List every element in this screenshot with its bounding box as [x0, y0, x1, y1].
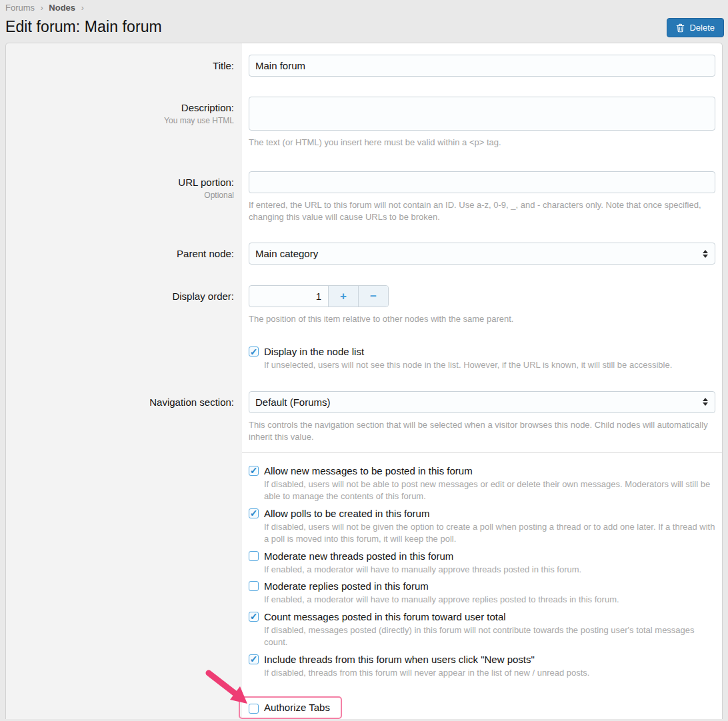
title-label: Title:: [13, 59, 234, 72]
moderate-replies-checkbox[interactable]: [249, 581, 259, 591]
url-portion-label-hint: Optional: [13, 191, 234, 200]
page-title: Edit forum: Main forum: [5, 18, 723, 36]
include-new-posts-label[interactable]: Include threads from this forum when use…: [264, 653, 535, 666]
display-order-row: Display order: + − The position of this …: [6, 285, 722, 325]
navigation-section-selected-value: Default (Forums): [255, 396, 331, 408]
delete-button[interactable]: Delete: [667, 18, 724, 37]
breadcrumb: Forums › Nodes ›: [5, 3, 723, 13]
authorize-tabs-label[interactable]: Authorize Tabs: [264, 701, 330, 714]
option-moderate-replies: Moderate replies posted in this forum If…: [249, 580, 715, 606]
count-messages-checkbox[interactable]: ✓: [249, 612, 259, 622]
breadcrumb-forums[interactable]: Forums: [5, 3, 35, 13]
decrement-button[interactable]: −: [358, 286, 388, 307]
allow-messages-label[interactable]: Allow new messages to be posted in this …: [264, 464, 473, 478]
count-messages-label[interactable]: Count messages posted in this forum towa…: [264, 610, 506, 624]
option-include-new-posts: ✓ Include threads from this forum when u…: [249, 653, 715, 680]
allow-polls-checkbox[interactable]: ✓: [249, 508, 259, 518]
breadcrumb-separator: ›: [81, 3, 84, 13]
description-explain: The text (or HTML) you insert here must …: [249, 137, 715, 149]
option-allow-polls: ✓ Allow polls to be created in this foru…: [249, 507, 715, 546]
display-order-input[interactable]: [249, 286, 328, 307]
trash-icon: [676, 23, 685, 33]
allow-messages-checkbox[interactable]: ✓: [249, 466, 259, 476]
moderate-threads-checkbox[interactable]: [249, 551, 259, 561]
annotation-highlight-box: Authorize Tabs: [239, 696, 342, 719]
navigation-section-row: Navigation section: Default (Forums) Thi…: [6, 391, 722, 443]
display-order-explain: The position of this item relative to ot…: [249, 313, 715, 325]
delete-button-label: Delete: [689, 23, 715, 33]
description-label-hint: You may use HTML: [13, 116, 234, 125]
moderate-threads-hint: If enabled, a moderator will have to man…: [264, 564, 715, 576]
display-order-spinner: + −: [249, 285, 389, 307]
url-portion-explain: If entered, the URL to this forum will n…: [249, 199, 715, 223]
url-portion-label: URL portion:: [13, 176, 234, 189]
url-portion-row: URL portion: Optional If entered, the UR…: [6, 171, 722, 223]
navigation-section-explain: This controls the navigation section tha…: [249, 419, 715, 443]
parent-node-selected-value: Main category: [255, 248, 318, 259]
allow-polls-label[interactable]: Allow polls to be created in this forum: [264, 507, 429, 520]
description-textarea[interactable]: [249, 97, 715, 131]
include-new-posts-checkbox[interactable]: ✓: [249, 654, 259, 664]
select-updown-icon: [703, 250, 708, 258]
display-in-node-list-checkbox[interactable]: ✓: [249, 347, 259, 357]
display-in-node-list-label[interactable]: Display in the node list: [264, 345, 364, 359]
count-messages-hint: If disabled, messages posted (directly) …: [264, 624, 715, 649]
option-count-messages: ✓ Count messages posted in this forum to…: [249, 610, 715, 649]
title-input[interactable]: [249, 55, 715, 77]
parent-node-label: Parent node:: [13, 247, 234, 260]
increment-button[interactable]: +: [328, 286, 358, 307]
breadcrumb-separator: ›: [41, 3, 43, 13]
breadcrumb-nodes[interactable]: Nodes: [49, 3, 75, 13]
display-order-label: Display order:: [13, 290, 234, 303]
forum-options-group: ✓ Allow new messages to be posted in thi…: [6, 453, 722, 720]
edit-forum-panel: Title: Description: You may use HTML The…: [5, 43, 723, 719]
url-portion-input[interactable]: [249, 171, 715, 193]
allow-messages-hint: If disabled, users will not be able to p…: [264, 478, 715, 503]
select-updown-icon: [703, 398, 708, 406]
include-new-posts-hint: If disabled, threads from this forum wil…: [264, 667, 715, 680]
title-row: Title:: [6, 55, 722, 77]
page-header: Forums › Nodes › Edit forum: Main forum …: [0, 0, 728, 43]
description-label: Description:: [13, 101, 234, 114]
navigation-section-label: Navigation section:: [13, 396, 234, 408]
option-authorize-tabs: Authorize Tabs: [249, 683, 715, 719]
moderate-threads-label[interactable]: Moderate new threads posted in this foru…: [264, 550, 453, 563]
moderate-replies-hint: If enabled, a moderator will have to man…: [264, 594, 715, 606]
option-moderate-threads: Moderate new threads posted in this foru…: [249, 550, 715, 576]
parent-node-row: Parent node: Main category: [6, 243, 722, 265]
moderate-replies-label[interactable]: Moderate replies posted in this forum: [264, 580, 429, 593]
allow-polls-hint: If disabled, users will not be given the…: [264, 521, 715, 546]
display-in-node-list-hint: If unselected, users will not see this n…: [264, 359, 715, 372]
description-row: Description: You may use HTML The text (…: [6, 97, 722, 149]
navigation-section-select[interactable]: Default (Forums): [249, 391, 715, 413]
display-in-node-list-row: ✓ Display in the node list If unselected…: [6, 345, 722, 372]
parent-node-select[interactable]: Main category: [249, 243, 715, 265]
option-allow-messages: ✓ Allow new messages to be posted in thi…: [249, 464, 715, 503]
authorize-tabs-checkbox[interactable]: [249, 704, 259, 714]
